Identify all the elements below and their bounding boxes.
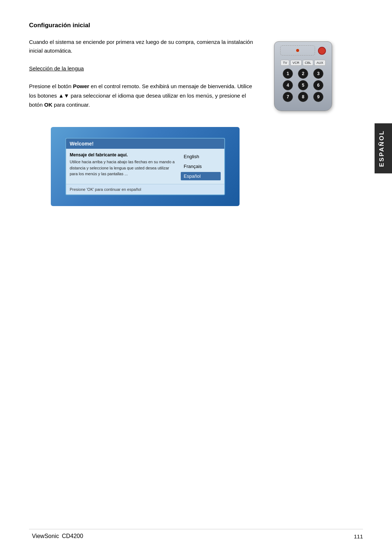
lang-option-espanol[interactable]: Español	[181, 172, 221, 180]
remote-btn-3[interactable]: 3	[313, 69, 323, 79]
dialog-left: Mensaje del fabricante aquí. Utilice hac…	[70, 152, 181, 180]
remote-top-area	[280, 45, 326, 58]
dialog-screenshot: Welcome! Mensaje del fabricante aquí. Ut…	[51, 127, 240, 206]
source-btn-tv[interactable]: TV	[281, 60, 289, 66]
remote-btn-8[interactable]: 8	[298, 92, 308, 102]
page-container: ESPAÑOL Configuración inicial Cuando el …	[0, 0, 392, 554]
body-text-power: Power	[73, 83, 89, 89]
page-footer: ViewSonicCD4200 111	[29, 529, 363, 539]
remote-btn-7[interactable]: 7	[283, 92, 293, 102]
intro-text: Cuando el sistema se enciende por primer…	[29, 38, 260, 55]
source-btn-vcr[interactable]: VCR	[290, 60, 302, 66]
body-text-ok: OK	[44, 102, 53, 108]
side-tab-espanol: ESPAÑOL	[375, 123, 392, 173]
body-text-part3: para continuar.	[52, 102, 90, 108]
remote-source-btns: TV VCR CBL AUX	[280, 60, 326, 66]
dialog-body: Mensaje del fabricante aquí. Utilice hac…	[66, 149, 224, 184]
dialog-header: Welcome!	[66, 139, 224, 149]
remote-top-dashed	[280, 45, 315, 56]
side-tab-label: ESPAÑOL	[378, 130, 385, 167]
footer-model: CD4200	[62, 533, 83, 539]
dialog-language-list: English Français Español	[181, 152, 221, 180]
remote-power-btn[interactable]	[318, 47, 326, 55]
remote-wrapper: TV VCR CBL AUX 1 2 3 4 5	[274, 41, 332, 111]
footer-page-number: 111	[354, 533, 363, 539]
remote-indicator	[296, 49, 299, 52]
top-section: Cuando el sistema se enciende por primer…	[29, 38, 341, 111]
remote-btn-9[interactable]: 9	[313, 92, 323, 102]
subsection-title: Selección de la lengua	[29, 65, 260, 71]
source-btn-cbl[interactable]: CBL	[303, 60, 314, 66]
dialog-box: Welcome! Mensaje del fabricante aquí. Ut…	[65, 138, 225, 195]
dialog-footer: Presione 'OK' para continuar en español	[66, 184, 224, 194]
remote-btn-6[interactable]: 6	[313, 80, 323, 90]
source-btn-aux[interactable]: AUX	[314, 60, 326, 66]
main-content: Configuración inicial Cuando el sistema …	[29, 22, 363, 206]
section-title: Configuración inicial	[29, 22, 341, 29]
remote-btn-5[interactable]: 5	[298, 80, 308, 90]
dialog-header-text: Welcome!	[70, 141, 94, 147]
footer-brand: ViewSonicCD4200	[29, 533, 83, 539]
dialog-left-title: Mensaje del fabricante aquí.	[70, 152, 177, 157]
dialog-left-text: Utilice hacia arriba y hacia abajo las f…	[70, 159, 177, 177]
text-block: Cuando el sistema se enciende por primer…	[29, 38, 274, 110]
lang-option-english[interactable]: English	[181, 152, 221, 161]
footer-brand-name: ViewSonic	[32, 533, 59, 539]
remote-btn-2[interactable]: 2	[298, 69, 308, 79]
remote-btn-row-2: 4 5 6	[280, 80, 326, 90]
remote-btn-row-1: 1 2 3	[280, 69, 326, 79]
dialog-footer-text: Presione 'OK' para continuar en español	[70, 187, 141, 192]
remote-control-image: TV VCR CBL AUX 1 2 3 4 5	[274, 41, 341, 111]
remote-btn-row-3: 7 8 9	[280, 92, 326, 102]
body-text-part1: Presione el botón	[29, 83, 73, 89]
remote-btn-1[interactable]: 1	[283, 69, 293, 79]
body-text: Presione el botón Power en el control re…	[29, 82, 260, 110]
lang-option-francais[interactable]: Français	[181, 162, 221, 171]
remote-btn-4[interactable]: 4	[283, 80, 293, 90]
